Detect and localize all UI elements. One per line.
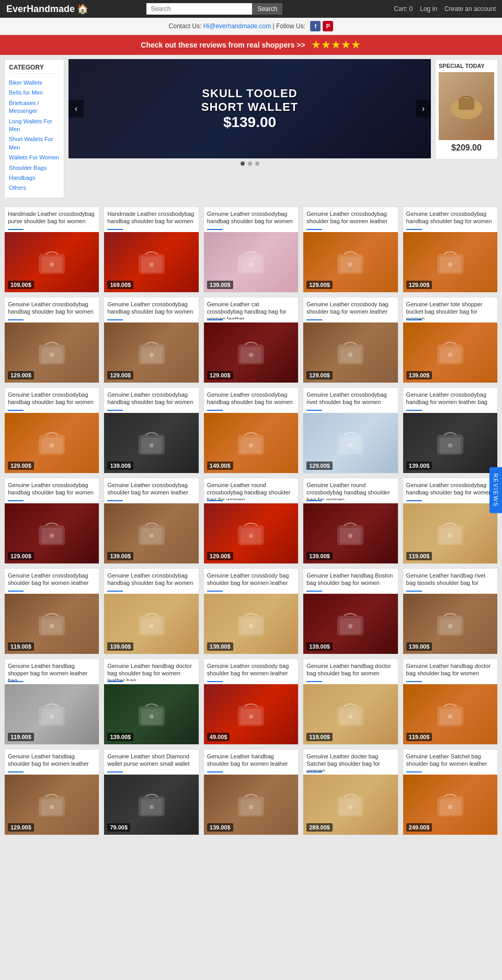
logo-house-icon: 🏠: [77, 3, 88, 15]
sidebar-item-wallets-women[interactable]: Wallets For Women: [9, 153, 60, 163]
follow-text: | Follow Us:: [273, 22, 305, 30]
login-link[interactable]: Log in: [420, 5, 437, 13]
product-price: 139.00$: [207, 823, 233, 832]
product-card[interactable]: Genuine Leather handbag Boston bag shoul…: [303, 568, 398, 654]
logo-text: EverHandmade: [6, 4, 75, 15]
contact-email[interactable]: Hi@everhandmade.com: [203, 22, 271, 30]
product-card[interactable]: Genuine Leather handbag rivet bag tassel…: [403, 568, 498, 654]
product-card[interactable]: Genuine Leather crossbodybag handbag sho…: [4, 478, 99, 564]
product-card[interactable]: Genuine Leather handbag shoulder bag for…: [4, 749, 99, 835]
product-card[interactable]: Handmade Leather crossbodybag purse shou…: [4, 206, 99, 293]
product-card[interactable]: Genuine Leather crossbody bag shoulder b…: [303, 297, 398, 383]
product-title-bar: [207, 681, 223, 682]
product-title-bar: [306, 410, 322, 411]
svg-point-91: [448, 714, 452, 719]
hero-price: $139.00: [201, 114, 299, 131]
svg-point-73: [348, 624, 352, 628]
sidebar-item-biker-wallets[interactable]: Biker Wallets: [9, 78, 60, 88]
product-card[interactable]: Genuine Leather crossbody bag shoulder b…: [203, 659, 299, 745]
product-card[interactable]: Genuine Leather cat crossbodybag handbag…: [203, 297, 299, 383]
sidebar-item-long-wallets[interactable]: Long Wallets For Men: [9, 117, 60, 135]
product-card[interactable]: Genuine Leather crossbodybag handbag sho…: [104, 568, 199, 654]
product-title-bar: [207, 410, 223, 411]
slider-dot-3[interactable]: [255, 162, 259, 166]
sidebar-item-short-wallets[interactable]: Short Wallets For Men: [9, 134, 60, 153]
product-image-wrap: 129.00$: [403, 232, 497, 292]
product-card[interactable]: Genuine Leather round crossbodybag handb…: [203, 478, 299, 564]
product-image-wrap: 249.00$: [403, 775, 497, 835]
product-title: Genuine Leather docter bag Satchel bag s…: [303, 750, 397, 771]
bag-svg: [329, 334, 371, 371]
main-layout: CATEGORY Biker Wallets Belts for Men Bri…: [0, 55, 502, 202]
product-card[interactable]: Genuine Leather crossbodybag handbag sho…: [403, 478, 498, 564]
product-card[interactable]: Genuine Leather crossbodybag handbag sho…: [104, 297, 199, 383]
stars-rating: ★★★★★: [312, 39, 361, 51]
product-image-wrap: 119.00$: [5, 594, 99, 654]
product-price: 119.00$: [406, 552, 432, 560]
product-card[interactable]: Genuine Leather crossbodybag shoulder ba…: [104, 478, 199, 564]
product-card[interactable]: Handmade Leather crossbodybag handbag sh…: [104, 206, 199, 293]
product-title-bar: [8, 319, 24, 320]
product-price: 139.00$: [107, 733, 133, 741]
svg-point-16: [448, 262, 452, 267]
sidebar-item-shoulder-bags[interactable]: Shoulder Bags: [9, 163, 60, 173]
product-price: 139.00$: [306, 642, 333, 651]
product-card[interactable]: Genuine Leather handbag shoulder bag for…: [203, 749, 299, 835]
product-card[interactable]: Genuine Leather crossbodybag handbag for…: [403, 387, 498, 474]
product-card[interactable]: Genuine Leather crossbody bag shoulder b…: [203, 568, 299, 654]
slider-prev-button[interactable]: ‹: [69, 100, 84, 118]
product-card[interactable]: Genuine Leather crossbodybag handbag sho…: [203, 206, 299, 293]
contact-bar: Contact Us: Hi@everhandmade.com | Follow…: [0, 18, 502, 35]
search-button[interactable]: Search: [252, 3, 282, 15]
site-logo[interactable]: EverHandmade 🏠: [6, 3, 88, 15]
svg-point-61: [448, 534, 452, 538]
product-card[interactable]: Genuine Leather handbag doctor bag shoul…: [104, 659, 199, 745]
sidebar-item-handbags[interactable]: Handbags: [9, 173, 60, 183]
product-card[interactable]: Genuine Leather crossbodybag handbag sho…: [4, 297, 99, 383]
product-title-bar: [406, 319, 422, 320]
product-price: 129.00$: [107, 371, 133, 379]
promo-banner[interactable]: Check out these reviews from real shoppe…: [0, 35, 502, 55]
svg-point-25: [249, 353, 253, 357]
product-card[interactable]: Genuine Leather crossbodybag handbag sho…: [4, 387, 99, 474]
sidebar-item-others[interactable]: Others: [9, 183, 60, 193]
product-image-wrap: 139.00$: [204, 232, 298, 292]
product-card[interactable]: Genuine Leather docter bag Satchel bag s…: [303, 749, 398, 835]
product-card[interactable]: Genuine Leather crossbodybag shoulder ba…: [4, 568, 99, 654]
product-card[interactable]: Genuine Leather short Diamond wallet pur…: [104, 749, 199, 835]
product-card[interactable]: Genuine Leather handbag doctor bag shoul…: [303, 659, 398, 745]
product-card[interactable]: Genuine Leather crossbodybag handbag sho…: [104, 387, 199, 474]
slider-dot-2[interactable]: [248, 162, 252, 166]
slider-dot-1[interactable]: [241, 162, 245, 166]
facebook-icon[interactable]: f: [310, 21, 321, 31]
product-title-bar: [406, 229, 422, 230]
product-title-bar: [107, 500, 123, 501]
reviews-tab[interactable]: REVIEWS: [489, 467, 502, 513]
special-today-image[interactable]: [439, 72, 494, 140]
sidebar-item-belts-for-men[interactable]: Belts for Men: [9, 88, 60, 98]
sidebar-item-briefcases[interactable]: Briefcases / Messenger: [9, 98, 60, 117]
product-card[interactable]: Genuine Leather Satchel bag shoulder bag…: [403, 749, 498, 835]
product-image-wrap: 139.00$: [104, 413, 198, 473]
product-card[interactable]: Genuine Leather crossbodybag rivet shoul…: [303, 387, 398, 474]
product-card[interactable]: Genuine Leather crossbodybag shoulder ba…: [303, 206, 398, 293]
product-card[interactable]: Genuine Leather crossbodybag handbag sho…: [403, 206, 498, 293]
product-price: 129.00$: [306, 281, 333, 289]
svg-point-10: [249, 262, 253, 267]
search-input[interactable]: [146, 3, 252, 15]
product-card[interactable]: Genuine Leather tote shopper bucket bag …: [403, 297, 498, 383]
product-title-bar: [8, 229, 24, 230]
product-card[interactable]: Genuine Leather handbag doctor bag shoul…: [403, 659, 498, 745]
product-card[interactable]: Genuine Leather crossbodybag handbag sho…: [203, 387, 299, 474]
create-account-link[interactable]: Create an account: [444, 5, 496, 13]
svg-point-34: [50, 443, 54, 447]
product-card[interactable]: Genuine Leather round crossbodybag handb…: [303, 478, 398, 564]
slider-next-button[interactable]: ›: [416, 100, 431, 118]
bag-svg: [329, 696, 371, 732]
pinterest-icon[interactable]: P: [323, 21, 333, 31]
product-title-bar: [107, 771, 123, 773]
cart-link[interactable]: Cart: 0: [394, 5, 413, 13]
product-card[interactable]: Genuine Leather handbag shopper bag for …: [4, 659, 99, 745]
svg-point-55: [249, 534, 253, 538]
product-title: Genuine Leather cat crossbodybag handbag…: [204, 297, 298, 319]
